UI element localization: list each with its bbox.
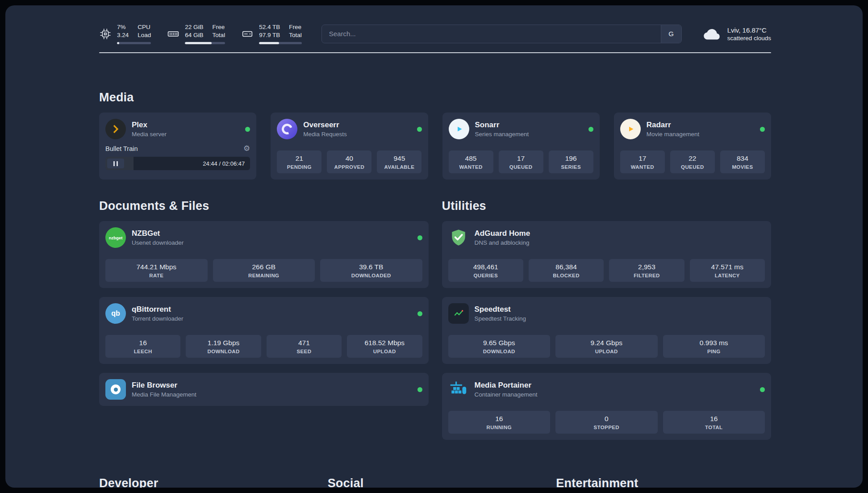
app-card-speedtest[interactable]: Speedtest Speedtest Tracking 9.65 Gbps D… [442, 297, 772, 364]
system-widgets: 7% 3.24 CPU Load [99, 23, 302, 44]
disk-total-value: 97.9 TB [259, 31, 280, 39]
status-online-dot [588, 127, 593, 132]
section-developer: Developer GH Github github.com SO StackO… [99, 476, 314, 488]
stat-download: 1.19 Gbps DOWNLOAD [186, 335, 261, 358]
stat-queries: 498,461 QUERIES [448, 259, 523, 282]
dashboard: 7% 3.24 CPU Load [5, 5, 863, 488]
cpu-percent: 7% [117, 23, 129, 31]
status-online-dot [417, 311, 422, 316]
disk-usage-bar [259, 42, 302, 44]
app-name: Speedtest [475, 305, 526, 314]
desktop-frame: 7% 3.24 CPU Load [0, 0, 868, 493]
app-card-sonarr[interactable]: Sonarr Series management 485 WANTED 17 Q… [442, 113, 600, 180]
qbittorrent-icon: qb [105, 303, 126, 324]
stat-movies: 834 MOVIES [720, 150, 765, 173]
section-utilities: Utilities AdGuard Home DNS and a [442, 199, 772, 440]
cpu-label-bottom: Load [138, 31, 151, 39]
sonarr-icon [449, 119, 469, 139]
app-card-filebrowser[interactable]: File Browser Media File Management [99, 373, 429, 406]
app-desc: Media Requests [303, 131, 347, 138]
stat-upload: 9.24 Gbps UPLOAD [555, 335, 658, 358]
stat-rate: 744.21 Mbps RATE [105, 259, 208, 282]
app-desc: Torrent downloader [132, 315, 184, 322]
weather-condition: scattered clouds [727, 35, 771, 42]
app-desc: Speedtest Tracking [475, 315, 526, 322]
radarr-icon [620, 119, 641, 139]
cpu-icon [99, 28, 112, 40]
cpu-label-top: CPU [138, 23, 151, 31]
plex-icon [105, 119, 126, 139]
app-desc: Media server [132, 131, 167, 138]
stat-filtered: 2,953 FILTERED [609, 259, 684, 282]
app-name: NZBGet [132, 229, 184, 238]
stat-approved: 40 APPROVED [327, 150, 371, 173]
stat-queued: 17 QUEUED [499, 150, 543, 173]
app-desc: Series management [475, 131, 529, 138]
stat-series: 196 SERIES [549, 150, 593, 173]
disk-icon [241, 28, 254, 40]
disk-label-top: Free [289, 23, 302, 31]
cpu-widget: 7% 3.24 CPU Load [99, 23, 151, 44]
app-desc: Media File Management [132, 391, 196, 398]
app-name: File Browser [132, 381, 196, 390]
stat-wanted: 485 WANTED [449, 150, 493, 173]
app-card-adguard[interactable]: AdGuard Home DNS and adblocking 498,461 … [442, 221, 772, 288]
filebrowser-icon [105, 379, 126, 400]
gear-icon[interactable]: ⚙ [243, 145, 250, 152]
app-card-overseerr[interactable]: Overseerr Media Requests 21 PENDING 40 A… [271, 113, 428, 180]
playback-time: 24:44 / 02:06:47 [203, 160, 245, 167]
ram-widget: 22 GiB 64 GiB Free Total [167, 23, 225, 44]
stat-download: 9.65 Gbps DOWNLOAD [448, 335, 551, 358]
speedtest-icon [448, 303, 469, 324]
top-bar: 7% 3.24 CPU Load [99, 23, 771, 44]
weather-widget: Lviv, 16.87°C scattered clouds [701, 25, 771, 43]
stat-running: 16 RUNNING [448, 411, 551, 434]
app-name: Plex [132, 121, 167, 130]
search-input[interactable] [321, 25, 682, 43]
app-name: qBittorrent [132, 305, 184, 314]
plex-player: 24:44 / 02:06:47 [105, 157, 250, 170]
section-title-social: Social [328, 476, 543, 488]
search-bar: G [321, 25, 682, 43]
app-card-radarr[interactable]: Radarr Movie management 17 WANTED 22 QUE… [614, 113, 771, 180]
section-social: Social LI LinkedIn linkedin.com TW Twitt… [328, 476, 543, 488]
app-desc: DNS and adblocking [475, 239, 530, 246]
app-name: Media Portainer [475, 381, 538, 390]
app-name: Overseerr [303, 121, 347, 130]
app-desc: Movie management [647, 131, 700, 138]
status-online-dot [417, 127, 422, 132]
app-name: AdGuard Home [475, 229, 530, 238]
section-title-utilities: Utilities [442, 199, 772, 213]
stat-stopped: 0 STOPPED [555, 411, 658, 434]
app-card-plex[interactable]: Plex Media server Bullet Train ⚙ 24:44 /… [99, 113, 256, 180]
stat-total: 16 TOTAL [663, 411, 765, 434]
stat-latency: 47.571 ms LATENCY [690, 259, 765, 282]
ram-label-bottom: Total [213, 31, 225, 39]
ram-total-value: 64 GiB [185, 31, 203, 39]
section-title-media: Media [99, 91, 771, 104]
stat-leech: 16 LEECH [105, 335, 180, 358]
stat-blocked: 86,384 BLOCKED [529, 259, 604, 282]
app-name: Radarr [647, 121, 700, 130]
stat-downloaded: 39.6 TB DOWNLOADED [320, 259, 422, 282]
overseerr-icon [277, 119, 297, 139]
stat-seed: 471 SEED [267, 335, 342, 358]
stat-remaining: 266 GB REMAINING [213, 259, 315, 282]
stat-ping: 0.993 ms PING [663, 335, 765, 358]
stat-queued: 22 QUEUED [670, 150, 715, 173]
app-card-portainer[interactable]: Media Portainer Container management 16 … [442, 373, 772, 440]
cpu-load-value: 3.24 [117, 31, 129, 39]
status-online-dot [417, 235, 422, 240]
section-entertainment: Entertainment YT YouTube youtube.com NF … [556, 476, 771, 488]
section-title-developer: Developer [99, 476, 314, 488]
app-card-nzbget[interactable]: nzbget NZBGet Usenet downloader 744.21 M… [99, 221, 429, 288]
nzbget-icon: nzbget [105, 227, 126, 248]
app-desc: Container management [475, 391, 538, 398]
pause-button[interactable] [107, 159, 124, 168]
cloud-icon [701, 25, 722, 43]
section-documents: Documents & Files nzbget NZBGet Usenet d… [99, 199, 429, 406]
app-desc: Usenet downloader [132, 239, 184, 246]
search-engine-button[interactable]: G [661, 25, 681, 43]
app-card-qbittorrent[interactable]: qb qBittorrent Torrent downloader 16 LEE… [99, 297, 429, 364]
stat-wanted: 17 WANTED [620, 150, 665, 173]
